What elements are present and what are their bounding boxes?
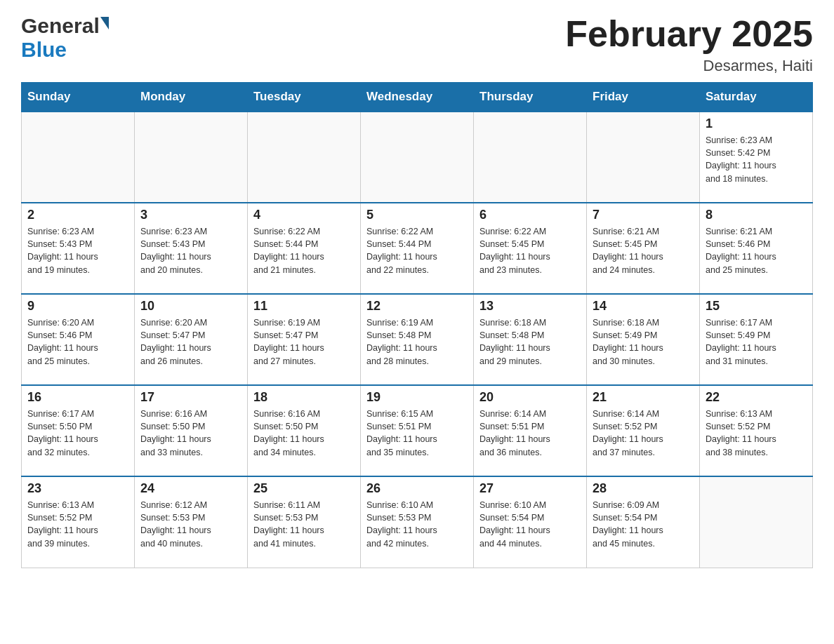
calendar-cell: 15Sunrise: 6:17 AM Sunset: 5:49 PM Dayli…	[700, 294, 813, 385]
day-number: 5	[366, 208, 468, 222]
calendar-cell: 12Sunrise: 6:19 AM Sunset: 5:48 PM Dayli…	[361, 294, 474, 385]
day-number: 17	[140, 390, 241, 405]
day-number: 1	[706, 116, 807, 131]
calendar-cell: 24Sunrise: 6:12 AM Sunset: 5:53 PM Dayli…	[135, 476, 248, 568]
day-number: 16	[27, 390, 128, 405]
day-number: 12	[366, 299, 468, 314]
calendar-cell: 7Sunrise: 6:21 AM Sunset: 5:45 PM Daylig…	[587, 203, 700, 294]
day-info: Sunrise: 6:22 AM Sunset: 5:45 PM Dayligh…	[479, 225, 581, 276]
calendar-cell	[22, 112, 135, 203]
calendar-cell: 16Sunrise: 6:17 AM Sunset: 5:50 PM Dayli…	[22, 385, 135, 476]
calendar-cell: 13Sunrise: 6:18 AM Sunset: 5:48 PM Dayli…	[474, 294, 587, 385]
calendar-cell: 23Sunrise: 6:13 AM Sunset: 5:52 PM Dayli…	[22, 476, 135, 568]
calendar-cell: 22Sunrise: 6:13 AM Sunset: 5:52 PM Dayli…	[700, 385, 813, 476]
day-number: 14	[593, 299, 694, 314]
weekday-header-thursday: Thursday	[474, 83, 587, 112]
calendar-cell	[248, 112, 361, 203]
day-number: 10	[140, 299, 241, 314]
calendar-cell	[361, 112, 474, 203]
day-info: Sunrise: 6:22 AM Sunset: 5:44 PM Dayligh…	[366, 225, 468, 276]
day-info: Sunrise: 6:21 AM Sunset: 5:46 PM Dayligh…	[706, 225, 807, 276]
day-number: 25	[253, 481, 355, 496]
day-number: 4	[253, 208, 355, 222]
day-info: Sunrise: 6:20 AM Sunset: 5:47 PM Dayligh…	[140, 316, 241, 368]
calendar-week-row: 16Sunrise: 6:17 AM Sunset: 5:50 PM Dayli…	[22, 385, 813, 476]
day-number: 22	[706, 390, 807, 405]
day-number: 21	[593, 390, 694, 405]
calendar-cell: 6Sunrise: 6:22 AM Sunset: 5:45 PM Daylig…	[474, 203, 587, 294]
day-number: 23	[27, 481, 128, 496]
day-info: Sunrise: 6:15 AM Sunset: 5:51 PM Dayligh…	[366, 408, 468, 459]
day-number: 15	[706, 299, 807, 314]
title-block: February 2025 Desarmes, Haiti	[565, 14, 813, 75]
calendar-cell: 20Sunrise: 6:14 AM Sunset: 5:51 PM Dayli…	[474, 385, 587, 476]
day-info: Sunrise: 6:18 AM Sunset: 5:48 PM Dayligh…	[479, 316, 581, 368]
day-number: 9	[27, 299, 128, 314]
weekday-header-wednesday: Wednesday	[361, 83, 474, 112]
calendar-cell: 18Sunrise: 6:16 AM Sunset: 5:50 PM Dayli…	[248, 385, 361, 476]
day-number: 27	[479, 481, 581, 496]
calendar-cell: 5Sunrise: 6:22 AM Sunset: 5:44 PM Daylig…	[361, 203, 474, 294]
weekday-header-friday: Friday	[587, 83, 700, 112]
day-info: Sunrise: 6:18 AM Sunset: 5:49 PM Dayligh…	[593, 316, 694, 368]
day-number: 8	[706, 208, 807, 222]
calendar-cell: 8Sunrise: 6:21 AM Sunset: 5:46 PM Daylig…	[700, 203, 813, 294]
calendar-cell: 9Sunrise: 6:20 AM Sunset: 5:46 PM Daylig…	[22, 294, 135, 385]
location-subtitle: Desarmes, Haiti	[565, 57, 813, 75]
day-number: 11	[253, 299, 355, 314]
logo-general-text: General	[21, 14, 100, 38]
day-info: Sunrise: 6:11 AM Sunset: 5:53 PM Dayligh…	[253, 499, 355, 550]
day-info: Sunrise: 6:23 AM Sunset: 5:42 PM Dayligh…	[706, 134, 807, 185]
logo: General Blue	[21, 14, 109, 62]
calendar-cell: 19Sunrise: 6:15 AM Sunset: 5:51 PM Dayli…	[361, 385, 474, 476]
day-info: Sunrise: 6:16 AM Sunset: 5:50 PM Dayligh…	[253, 408, 355, 459]
weekday-header-sunday: Sunday	[22, 83, 135, 112]
calendar-week-row: 23Sunrise: 6:13 AM Sunset: 5:52 PM Dayli…	[22, 476, 813, 568]
calendar-cell	[474, 112, 587, 203]
day-number: 24	[140, 481, 241, 496]
day-info: Sunrise: 6:12 AM Sunset: 5:53 PM Dayligh…	[140, 499, 241, 550]
day-info: Sunrise: 6:10 AM Sunset: 5:54 PM Dayligh…	[479, 499, 581, 550]
calendar-cell: 2Sunrise: 6:23 AM Sunset: 5:43 PM Daylig…	[22, 203, 135, 294]
logo-triangle-icon	[100, 17, 109, 29]
day-info: Sunrise: 6:17 AM Sunset: 5:49 PM Dayligh…	[706, 316, 807, 368]
calendar-cell: 21Sunrise: 6:14 AM Sunset: 5:52 PM Dayli…	[587, 385, 700, 476]
day-number: 7	[593, 208, 694, 222]
day-info: Sunrise: 6:19 AM Sunset: 5:47 PM Dayligh…	[253, 316, 355, 368]
calendar-cell: 14Sunrise: 6:18 AM Sunset: 5:49 PM Dayli…	[587, 294, 700, 385]
day-info: Sunrise: 6:23 AM Sunset: 5:43 PM Dayligh…	[27, 225, 128, 276]
calendar-cell: 3Sunrise: 6:23 AM Sunset: 5:43 PM Daylig…	[135, 203, 248, 294]
day-number: 13	[479, 299, 581, 314]
calendar-cell: 11Sunrise: 6:19 AM Sunset: 5:47 PM Dayli…	[248, 294, 361, 385]
day-info: Sunrise: 6:23 AM Sunset: 5:43 PM Dayligh…	[140, 225, 241, 276]
calendar-week-row: 9Sunrise: 6:20 AM Sunset: 5:46 PM Daylig…	[22, 294, 813, 385]
day-info: Sunrise: 6:13 AM Sunset: 5:52 PM Dayligh…	[27, 499, 128, 550]
calendar-cell	[135, 112, 248, 203]
day-info: Sunrise: 6:20 AM Sunset: 5:46 PM Dayligh…	[27, 316, 128, 368]
day-info: Sunrise: 6:17 AM Sunset: 5:50 PM Dayligh…	[27, 408, 128, 459]
day-info: Sunrise: 6:16 AM Sunset: 5:50 PM Dayligh…	[140, 408, 241, 459]
calendar-table: SundayMondayTuesdayWednesdayThursdayFrid…	[21, 82, 813, 568]
weekday-header-tuesday: Tuesday	[248, 83, 361, 112]
day-number: 26	[366, 481, 468, 496]
day-number: 28	[593, 481, 694, 496]
calendar-cell	[700, 476, 813, 568]
calendar-cell: 26Sunrise: 6:10 AM Sunset: 5:53 PM Dayli…	[361, 476, 474, 568]
calendar-cell: 28Sunrise: 6:09 AM Sunset: 5:54 PM Dayli…	[587, 476, 700, 568]
weekday-header-monday: Monday	[135, 83, 248, 112]
calendar-week-row: 1Sunrise: 6:23 AM Sunset: 5:42 PM Daylig…	[22, 112, 813, 203]
day-number: 18	[253, 390, 355, 405]
calendar-cell: 4Sunrise: 6:22 AM Sunset: 5:44 PM Daylig…	[248, 203, 361, 294]
day-number: 6	[479, 208, 581, 222]
page-header: General Blue February 2025 Desarmes, Hai…	[21, 14, 813, 75]
calendar-cell: 25Sunrise: 6:11 AM Sunset: 5:53 PM Dayli…	[248, 476, 361, 568]
calendar-week-row: 2Sunrise: 6:23 AM Sunset: 5:43 PM Daylig…	[22, 203, 813, 294]
weekday-header-row: SundayMondayTuesdayWednesdayThursdayFrid…	[22, 83, 813, 112]
day-info: Sunrise: 6:14 AM Sunset: 5:52 PM Dayligh…	[593, 408, 694, 459]
day-info: Sunrise: 6:09 AM Sunset: 5:54 PM Dayligh…	[593, 499, 694, 550]
day-number: 2	[27, 208, 128, 222]
month-title: February 2025	[565, 14, 813, 54]
day-info: Sunrise: 6:19 AM Sunset: 5:48 PM Dayligh…	[366, 316, 468, 368]
calendar-cell: 17Sunrise: 6:16 AM Sunset: 5:50 PM Dayli…	[135, 385, 248, 476]
logo-blue-text: Blue	[21, 38, 67, 61]
